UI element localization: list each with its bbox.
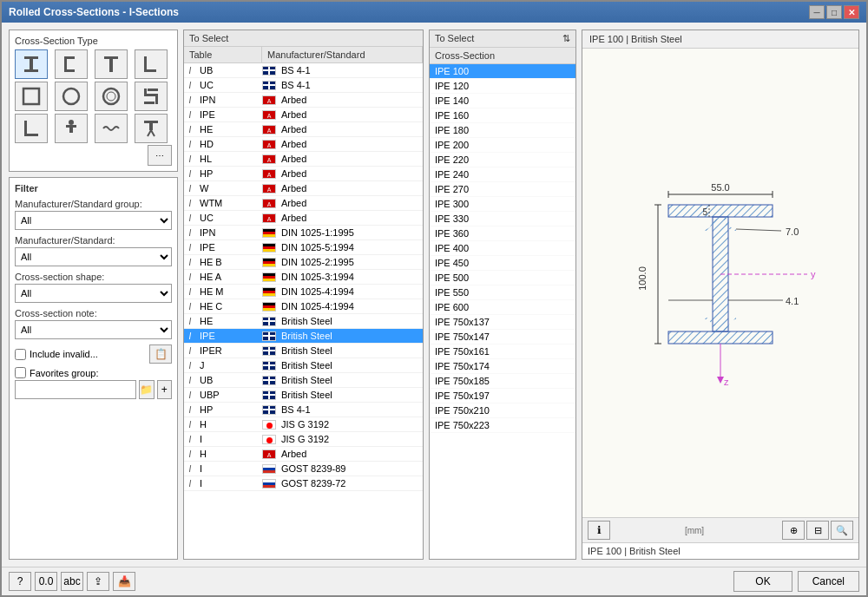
table-row[interactable]: IWAArbed	[184, 181, 423, 196]
shape-btn-L[interactable]	[135, 49, 168, 79]
section-row[interactable]: IPE 750x137	[430, 315, 575, 330]
shape-btn-I[interactable]	[15, 49, 48, 79]
table-row[interactable]: IHPAArbed	[184, 167, 423, 181]
fav-folder-btn[interactable]: 📁	[139, 380, 155, 399]
shape-btn-Z[interactable]	[135, 82, 168, 111]
fav-add-btn[interactable]: +	[157, 380, 173, 399]
svg-text:100.0: 100.0	[637, 266, 648, 291]
row-name: UB	[196, 64, 259, 76]
table-row[interactable]: IHEBritish Steel	[184, 314, 423, 329]
shape-btn-person[interactable]	[55, 114, 88, 143]
note-select[interactable]: All	[15, 320, 172, 339]
drawing-tool-2[interactable]: ⊟	[806, 521, 829, 540]
table-row[interactable]: IHE ADIN 1025-3:1994	[184, 270, 423, 285]
table-row[interactable]: IWTMAArbed	[184, 196, 423, 211]
section-row[interactable]: IPE 750x147	[430, 330, 575, 344]
section-row[interactable]: IPE 180	[430, 123, 575, 138]
section-row[interactable]: IPE 750x185	[430, 374, 575, 389]
shape-btn-angle[interactable]	[15, 114, 48, 143]
section-row[interactable]: IPE 750x161	[430, 344, 575, 359]
table-row[interactable]: IHEAArbed	[184, 122, 423, 137]
minimize-button[interactable]: ─	[809, 5, 825, 19]
section-row[interactable]: IPE 220	[430, 153, 575, 167]
section-row[interactable]: IPE 270	[430, 182, 575, 197]
table-row[interactable]: IIPERBritish Steel	[184, 344, 423, 358]
section-row[interactable]: IPE 360	[430, 226, 575, 241]
table-row[interactable]: IHE MDIN 1025-4:1994	[184, 285, 423, 299]
export-btn[interactable]: 📥	[113, 572, 135, 591]
table-row[interactable]: IHPBS 4-1	[184, 403, 423, 417]
section-row[interactable]: IPE 160	[430, 108, 575, 123]
shape-more-button[interactable]: ⋯	[148, 145, 172, 166]
row-mfr: AArbed	[259, 182, 423, 194]
import-btn[interactable]: ⇪	[87, 572, 109, 591]
table-row[interactable]: IHE CDIN 1025-4:1994	[184, 299, 423, 314]
favorites-input[interactable]	[15, 380, 136, 399]
info-icon-btn[interactable]: ℹ	[588, 521, 610, 540]
shape-btn-rect-hollow[interactable]	[15, 82, 48, 111]
table-row[interactable]: IUCBS 4-1	[184, 78, 423, 93]
section-row[interactable]: IPE 200	[430, 138, 575, 153]
table-row[interactable]: IIGOST 8239-89	[184, 462, 423, 476]
section-row[interactable]: IPE 750x223	[430, 418, 575, 433]
section-row[interactable]: IPE 750x174	[430, 359, 575, 374]
table-row[interactable]: IUBBS 4-1	[184, 63, 423, 78]
close-button[interactable]: ✕	[844, 5, 859, 19]
cancel-button[interactable]: Cancel	[798, 571, 859, 592]
table-row[interactable]: IHAArbed	[184, 447, 423, 462]
section-row[interactable]: IPE 400	[430, 241, 575, 256]
table-row[interactable]: IHDAArbed	[184, 137, 423, 152]
table-row[interactable]: IUBPBritish Steel	[184, 388, 423, 403]
table-row[interactable]: IHE BDIN 1025-2:1995	[184, 255, 423, 270]
maximize-button[interactable]: □	[826, 5, 842, 19]
include-invalid-checkbox[interactable]	[15, 349, 26, 360]
section-row[interactable]: IPE 240	[430, 167, 575, 182]
table-row[interactable]: IJBritish Steel	[184, 358, 423, 373]
section-row[interactable]: IPE 450	[430, 256, 575, 271]
table-row[interactable]: IHJIS G 3192	[184, 417, 423, 432]
calc-btn[interactable]: 0.0	[35, 572, 57, 591]
table-row[interactable]: IIPEAArbed	[184, 108, 423, 122]
section-row[interactable]: IPE 100	[430, 64, 575, 79]
ok-button[interactable]: OK	[733, 571, 792, 592]
svg-rect-16	[144, 94, 158, 96]
shape-btn-pipe[interactable]	[95, 82, 128, 111]
section-sort-icon[interactable]: ⇅	[562, 33, 570, 44]
text-btn[interactable]: abc	[61, 572, 83, 591]
table-row[interactable]: IUCAArbed	[184, 211, 423, 226]
table-row[interactable]: IIPEBritish Steel	[184, 329, 423, 344]
drawing-tool-3[interactable]: 🔍	[831, 521, 853, 540]
table-row[interactable]: IHLAArbed	[184, 152, 423, 167]
shape-select[interactable]: All	[15, 284, 172, 303]
section-row[interactable]: IPE 750x197	[430, 389, 575, 403]
section-row[interactable]: IPE 120	[430, 79, 575, 94]
section-row[interactable]: IPE 600	[430, 300, 575, 315]
shape-btn-T[interactable]	[95, 49, 128, 79]
favorites-checkbox[interactable]	[15, 367, 26, 378]
table-row[interactable]: IUBBritish Steel	[184, 373, 423, 388]
help-btn[interactable]: ?	[9, 572, 31, 591]
shape-btn-wave[interactable]	[95, 114, 128, 143]
svg-rect-17	[155, 96, 158, 104]
table-row[interactable]: IIPNDIN 1025-1:1995	[184, 226, 423, 240]
table-row[interactable]: IIPEDIN 1025-5:1994	[184, 240, 423, 255]
shape-btn-C[interactable]	[55, 49, 88, 79]
svg-rect-5	[64, 69, 75, 72]
shape-btn-split[interactable]	[135, 114, 168, 143]
table-row[interactable]: IIGOST 8239-72	[184, 476, 423, 491]
section-row[interactable]: IPE 300	[430, 197, 575, 212]
shape-extra-row: ⋯	[15, 145, 172, 166]
table-row[interactable]: IIJIS G 3192	[184, 432, 423, 447]
section-row[interactable]: IPE 750x210	[430, 403, 575, 418]
section-row[interactable]: IPE 140	[430, 94, 575, 108]
section-row[interactable]: IPE 500	[430, 271, 575, 285]
mfr-group-select[interactable]: All	[15, 211, 172, 230]
table-row[interactable]: IIPNAArbed	[184, 93, 423, 108]
filter-panel: Filter Manufacturer/Standard group: All …	[9, 177, 178, 560]
include-invalid-icon-btn[interactable]: 📋	[149, 344, 172, 364]
shape-btn-circle-hollow[interactable]	[55, 82, 88, 111]
mfr-select[interactable]: All	[15, 247, 172, 266]
section-row[interactable]: IPE 330	[430, 212, 575, 226]
section-row[interactable]: IPE 550	[430, 285, 575, 300]
drawing-tool-1[interactable]: ⊕	[782, 521, 805, 540]
